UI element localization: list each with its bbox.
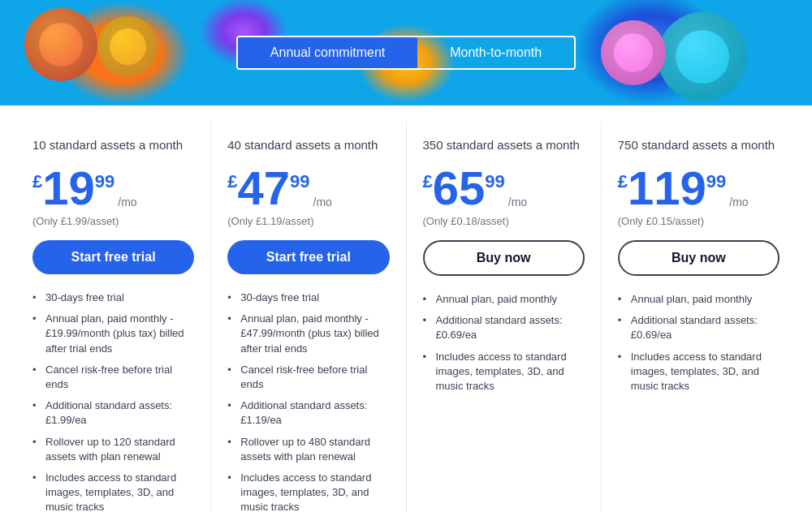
buy-now-button[interactable]: Buy now [423,240,585,276]
feature-item: Cancel risk-free before trial ends [32,363,194,392]
features-list: 30-days free trialAnnual plan, paid mont… [227,290,389,512]
features-list: Annual plan, paid monthlyAdditional stan… [423,292,585,394]
price-per-asset: (Only £0.18/asset) [423,215,585,227]
feature-item: Annual plan, paid monthly - £19.99/month… [32,312,194,356]
start-trial-button[interactable]: Start free trial [32,240,194,274]
price-per-asset: (Only £1.99/asset) [32,215,194,227]
donut-decoration [24,8,97,81]
price-decimal: 99 [95,171,114,192]
start-trial-button[interactable]: Start free trial [227,240,389,274]
price-decimal: 99 [290,171,309,192]
price-period: /mo [118,196,136,212]
feature-item: Additional standard assets: £1.99/ea [32,398,194,428]
annual-toggle-btn[interactable]: Annual commitment [238,37,417,68]
hero-section: Annual commitment Month-to-month [0,0,812,105]
price-block: £ 119 99 /mo [618,165,780,212]
feature-item: Annual plan, paid monthly - £47.99/month… [227,312,389,356]
feature-item: 30-days free trial [32,290,194,305]
price-block: £ 19 99 /mo [32,165,194,212]
feature-item: Includes access to standard images, temp… [618,350,780,394]
feature-item: Additional standard assets: £1.19/ea [227,398,389,428]
price-whole: 19 [42,165,95,212]
buy-now-button[interactable]: Buy now [618,240,780,276]
feature-item: Annual plan, paid monthly [618,292,780,307]
feature-item: Includes access to standard images, temp… [423,350,585,394]
features-list: 30-days free trialAnnual plan, paid mont… [32,290,194,512]
price-decimal: 99 [706,171,726,192]
price-whole: 119 [628,165,706,212]
feature-item: Annual plan, paid monthly [423,292,585,307]
feature-item: Additional standard assets: £0.69/ea [423,313,585,342]
price-currency: £ [618,171,628,192]
price-period: /mo [313,196,332,212]
feature-item: Includes access to standard images, temp… [227,471,389,512]
feature-item: 30-days free trial [227,290,389,305]
feature-item: Rollover up to 120 standard assets with … [32,435,194,464]
plan-card-1: 40 standard assets a month £ 47 99 /mo (… [211,122,406,512]
features-list: Annual plan, paid monthlyAdditional stan… [618,292,780,394]
plans-container: 10 standard assets a month £ 19 99 /mo (… [0,105,812,512]
price-currency: £ [227,171,237,192]
price-whole: 47 [238,165,291,212]
price-block: £ 65 99 /mo [423,165,585,212]
price-per-asset: (Only £1.19/asset) [227,215,389,227]
monthly-toggle-btn[interactable]: Month-to-month [417,37,574,68]
plan-card-2: 350 standard assets a month £ 65 99 /mo … [407,122,602,512]
billing-toggle: Annual commitment Month-to-month [236,36,576,70]
plan-card-0: 10 standard assets a month £ 19 99 /mo (… [16,122,211,512]
price-per-asset: (Only £0.15/asset) [618,215,780,227]
plan-card-3: 750 standard assets a month £ 119 99 /mo… [602,122,796,512]
feature-item: Rollover up to 480 standard assets with … [227,435,389,464]
price-block: £ 47 99 /mo [227,165,389,212]
price-whole: 65 [433,165,486,212]
plan-assets-label: 750 standard assets a month [618,138,780,152]
price-period: /mo [729,196,748,212]
donut-decoration [97,16,158,77]
feature-item: Includes access to standard images, temp… [32,471,194,512]
feature-item: Cancel risk-free before trial ends [227,363,389,392]
price-period: /mo [508,196,527,212]
price-currency: £ [32,171,42,192]
plan-assets-label: 350 standard assets a month [423,138,585,152]
feature-item: Additional standard assets: £0.69/ea [618,313,780,342]
donut-decoration [658,12,747,101]
price-decimal: 99 [485,171,504,192]
price-currency: £ [423,171,433,192]
donut-decoration [601,20,666,85]
plan-assets-label: 10 standard assets a month [32,138,194,152]
plan-assets-label: 40 standard assets a month [227,138,389,152]
